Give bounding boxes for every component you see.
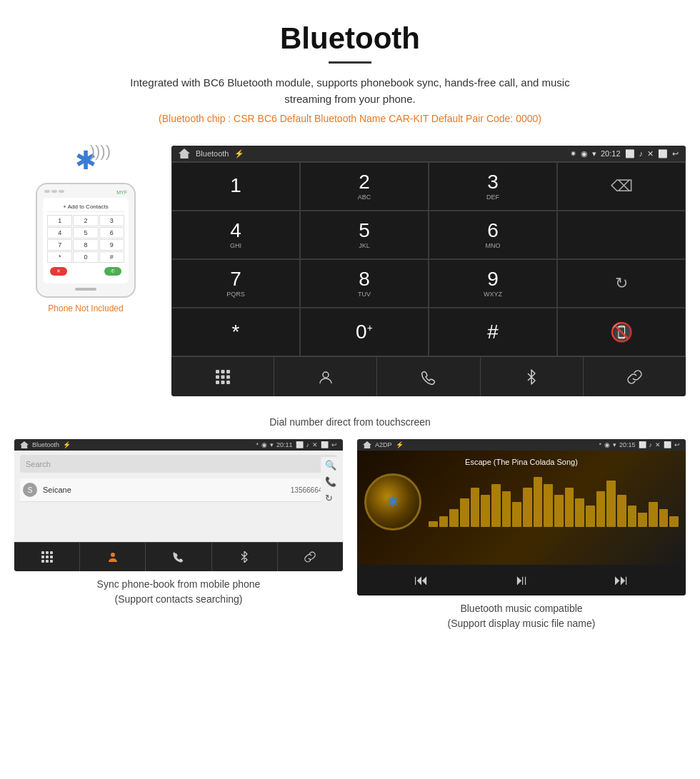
- phone-mockup: MYF + Add to Contacts 1 2 3 4 5 6 7 8 9 …: [36, 183, 136, 298]
- phone-key-0[interactable]: 0: [73, 251, 98, 263]
- eq-bar: [449, 509, 459, 527]
- phone-key-9[interactable]: 9: [99, 239, 124, 251]
- phonebook-usb-icon: ⚡: [63, 441, 71, 448]
- pb-toolbar-user[interactable]: [80, 543, 146, 571]
- eq-bar: [502, 491, 511, 527]
- dial-key-star[interactable]: *: [171, 308, 300, 356]
- phone-key-7[interactable]: 7: [47, 239, 72, 251]
- eq-bar: [565, 488, 574, 527]
- eq-bar: [638, 513, 647, 527]
- toolbar-contacts-btn[interactable]: [274, 357, 377, 396]
- eq-bar: [544, 484, 553, 527]
- phone-call-btn[interactable]: ✆: [104, 267, 121, 276]
- play-pause-btn[interactable]: ⏯: [514, 572, 529, 588]
- toolbar-keypad-btn[interactable]: [171, 357, 274, 396]
- pb-action-search-icon[interactable]: 🔍: [325, 460, 336, 471]
- svg-rect-12: [50, 551, 53, 554]
- phonebook-screen: Bluetooth ⚡ * ◉ ▾ 20:11 ⬜ ♪ ✕ ⬜ ↩: [14, 439, 343, 571]
- pb-toolbar-link[interactable]: [278, 543, 343, 571]
- dial-key-2[interactable]: 2 ABC: [300, 162, 429, 211]
- dial-key-8[interactable]: 8 TUV: [300, 259, 429, 308]
- phone-end-btn[interactable]: ✕: [50, 267, 67, 276]
- phone-key-star[interactable]: *: [47, 251, 72, 263]
- svg-rect-1: [221, 370, 224, 373]
- close-icon: ✕: [647, 149, 654, 159]
- pb-toolbar-phone[interactable]: [146, 543, 211, 571]
- phone-key-3[interactable]: 3: [99, 215, 124, 226]
- pb-toolbar-keypad[interactable]: [14, 543, 80, 571]
- dial-key-3[interactable]: 3 DEF: [429, 162, 557, 211]
- pb-action-call-icon[interactable]: 📞: [325, 476, 336, 487]
- ms-back-icon: ↩: [674, 441, 680, 448]
- pb-vol-icon: ♪: [306, 441, 310, 448]
- ms-cam-icon: ⬜: [639, 441, 646, 448]
- phone-key-1[interactable]: 1: [47, 215, 72, 226]
- eq-bar: [429, 521, 438, 527]
- eq-bar: [596, 491, 606, 527]
- music-status-bar: A2DP ⚡ * ◉ ▾ 20:15 ⬜ ♪ ✕ ⬜ ↩: [357, 439, 686, 451]
- dial-refresh[interactable]: ↻: [557, 259, 686, 308]
- contact-row: S Seicane 13566664466: [20, 478, 337, 502]
- svg-rect-8: [226, 381, 230, 384]
- dial-key-7[interactable]: 7 PQRS: [171, 259, 300, 308]
- toolbar-link-btn[interactable]: [584, 357, 686, 396]
- dial-backspace[interactable]: ⌫: [557, 162, 686, 211]
- search-bar[interactable]: Search 🔍: [20, 455, 337, 473]
- music-caption: Bluetooth music compatible(Support displ…: [448, 601, 596, 631]
- svg-rect-3: [216, 375, 219, 378]
- music-body: Escape (The Pina Colada Song) ✷: [357, 451, 686, 565]
- eq-bar: [669, 516, 679, 527]
- title-underline: [329, 61, 371, 64]
- music-content: ✷: [364, 473, 679, 531]
- phone-key-6[interactable]: 6: [99, 227, 124, 238]
- car-status-bar: Bluetooth ⚡ ✷ ◉ ▾ 20:12 ⬜ ♪ ✕ ⬜ ↩: [171, 146, 686, 161]
- pb-wifi-icon: ▾: [270, 441, 274, 448]
- eq-bar: [659, 509, 669, 527]
- dial-key-5[interactable]: 5 JKL: [300, 211, 429, 259]
- eq-bar: [575, 498, 584, 527]
- phonebook-toolbar: [14, 542, 343, 571]
- dial-key-6[interactable]: 6 MNO: [429, 211, 557, 259]
- dial-hangup[interactable]: 📵: [557, 308, 686, 356]
- pb-bt-icon: *: [256, 441, 259, 448]
- page-specs: (Bluetooth chip : CSR BC6 Default Blueto…: [14, 113, 686, 124]
- eq-bar: [523, 488, 532, 527]
- prev-track-btn[interactable]: ⏮: [414, 572, 429, 588]
- phonebook-caption: Sync phone-book from mobile phone(Suppor…: [97, 577, 261, 607]
- back-icon: ↩: [672, 149, 679, 159]
- phonebook-screenshot-block: Bluetooth ⚡ * ◉ ▾ 20:11 ⬜ ♪ ✕ ⬜ ↩: [14, 439, 343, 631]
- usb-icon: ⚡: [234, 149, 244, 159]
- svg-rect-18: [50, 560, 53, 563]
- contact-name: Seicane: [43, 486, 291, 494]
- phone-key-8[interactable]: 8: [73, 239, 98, 251]
- dial-key-4[interactable]: 4 GHI: [171, 211, 300, 259]
- status-left: Bluetooth ⚡: [179, 149, 244, 159]
- camera-icon: ⬜: [625, 149, 635, 159]
- dial-key-1[interactable]: 1: [171, 162, 300, 211]
- eq-bar: [439, 516, 449, 527]
- pb-close-icon: ✕: [312, 441, 318, 448]
- eq-bar: [586, 506, 595, 527]
- next-track-btn[interactable]: ⏭: [614, 572, 629, 588]
- phone-screen: + Add to Contacts 1 2 3 4 5 6 7 8 9 * 0 …: [43, 198, 129, 283]
- svg-rect-5: [226, 375, 230, 378]
- toolbar-phone-btn[interactable]: [377, 357, 480, 396]
- dial-key-9[interactable]: 9 WXYZ: [429, 259, 557, 308]
- album-bluetooth-icon: ✷: [386, 492, 400, 512]
- volume-icon: ♪: [639, 149, 644, 158]
- pb-toolbar-bluetooth[interactable]: [212, 543, 278, 571]
- phone-key-hash[interactable]: #: [99, 251, 124, 263]
- pb-action-refresh-icon[interactable]: ↻: [325, 493, 336, 503]
- toolbar-bluetooth-btn[interactable]: [481, 357, 584, 396]
- music-screenshot-block: A2DP ⚡ * ◉ ▾ 20:15 ⬜ ♪ ✕ ⬜ ↩ Escape (The…: [357, 439, 686, 631]
- page-subtitle: Integrated with BC6 Bluetooth module, su…: [107, 75, 593, 107]
- ms-win-icon: ⬜: [664, 441, 671, 448]
- phone-key-2[interactable]: 2: [73, 215, 98, 226]
- ms-close-icon: ✕: [655, 441, 661, 448]
- ms-loc-icon: ◉: [604, 441, 610, 448]
- phone-key-4[interactable]: 4: [47, 227, 72, 238]
- eq-bar: [649, 502, 658, 527]
- dial-key-hash[interactable]: #: [429, 308, 557, 356]
- phone-key-5[interactable]: 5: [73, 227, 98, 238]
- dial-key-0[interactable]: 0+: [300, 308, 429, 356]
